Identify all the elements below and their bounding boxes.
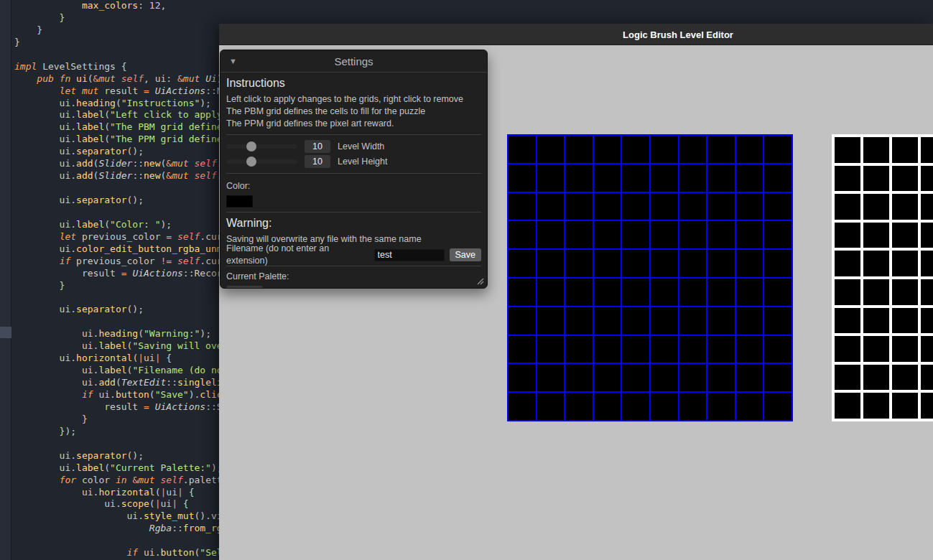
grid-cell[interactable] — [679, 364, 707, 391]
grid-cell[interactable] — [679, 336, 707, 363]
grid-cell[interactable] — [651, 136, 678, 163]
grid-cell[interactable] — [736, 279, 763, 306]
grid-cell[interactable] — [651, 221, 678, 248]
grid-cell[interactable] — [651, 193, 678, 220]
grid-cell[interactable] — [863, 223, 889, 248]
grid-cell[interactable] — [764, 307, 792, 335]
grid-cell[interactable] — [565, 136, 593, 163]
grid-cell[interactable] — [509, 336, 536, 363]
grid-cell[interactable] — [679, 307, 707, 335]
grid-cell[interactable] — [863, 166, 889, 192]
grid-cell[interactable] — [892, 393, 918, 419]
slider-handle-icon[interactable] — [246, 141, 256, 151]
grid-cell[interactable] — [835, 336, 860, 362]
grid-cell[interactable] — [707, 164, 735, 192]
grid-cell[interactable] — [537, 164, 565, 192]
ppm-grid[interactable] — [832, 134, 933, 421]
grid-cell[interactable] — [892, 279, 918, 305]
grid-cell[interactable] — [921, 365, 933, 391]
grid-cell[interactable] — [679, 250, 707, 277]
grid-cell[interactable] — [622, 393, 649, 420]
grid-cell[interactable] — [892, 336, 918, 362]
grid-cell[interactable] — [594, 364, 621, 391]
grid-cell[interactable] — [863, 137, 889, 163]
grid-cell[interactable] — [764, 336, 792, 363]
grid-cell[interactable] — [651, 164, 678, 192]
grid-cell[interactable] — [764, 393, 792, 420]
grid-cell[interactable] — [622, 279, 649, 306]
level-width-value[interactable]: 10 — [305, 140, 330, 153]
grid-cell[interactable] — [707, 307, 735, 335]
grid-cell[interactable] — [835, 393, 860, 419]
grid-cell[interactable] — [764, 250, 792, 277]
grid-cell[interactable] — [679, 279, 707, 306]
grid-cell[interactable] — [707, 279, 735, 306]
grid-cell[interactable] — [707, 336, 735, 363]
grid-cell[interactable] — [764, 193, 792, 220]
grid-cell[interactable] — [651, 393, 678, 420]
grid-cell[interactable] — [537, 307, 565, 335]
grid-cell[interactable] — [707, 364, 735, 391]
grid-cell[interactable] — [622, 193, 649, 220]
grid-cell[interactable] — [537, 193, 565, 220]
grid-cell[interactable] — [892, 365, 918, 391]
grid-cell[interactable] — [736, 250, 763, 277]
grid-cell[interactable] — [892, 137, 918, 163]
grid-cell[interactable] — [736, 393, 763, 420]
grid-cell[interactable] — [565, 336, 593, 363]
grid-cell[interactable] — [594, 221, 621, 248]
grid-cell[interactable] — [863, 393, 889, 419]
resize-grip-icon[interactable] — [475, 276, 484, 285]
grid-cell[interactable] — [537, 336, 565, 363]
grid-cell[interactable] — [921, 336, 933, 362]
grid-cell[interactable] — [537, 221, 565, 248]
grid-cell[interactable] — [892, 223, 918, 248]
grid-cell[interactable] — [863, 279, 889, 305]
grid-cell[interactable] — [651, 279, 678, 306]
grid-cell[interactable] — [921, 308, 933, 334]
grid-cell[interactable] — [679, 164, 707, 192]
grid-cell[interactable] — [565, 279, 593, 306]
grid-cell[interactable] — [679, 393, 707, 420]
settings-panel-titlebar[interactable]: ▼ Settings — [221, 50, 487, 73]
grid-cell[interactable] — [537, 136, 565, 163]
grid-cell[interactable] — [863, 308, 889, 334]
grid-cell[interactable] — [565, 164, 593, 192]
grid-cell[interactable] — [736, 221, 763, 248]
pbm-grid[interactable] — [507, 134, 793, 421]
grid-cell[interactable] — [707, 136, 735, 163]
grid-cell[interactable] — [736, 307, 763, 335]
level-height-value[interactable]: 10 — [305, 155, 330, 168]
grid-cell[interactable] — [651, 364, 678, 391]
grid-cell[interactable] — [537, 364, 565, 391]
grid-cell[interactable] — [707, 193, 735, 220]
grid-cell[interactable] — [565, 250, 593, 277]
grid-cell[interactable] — [835, 279, 860, 305]
grid-cell[interactable] — [892, 194, 918, 220]
grid-cell[interactable] — [594, 164, 621, 192]
save-button[interactable]: Save — [450, 248, 482, 261]
color-picker-button[interactable] — [226, 195, 253, 207]
window-titlebar[interactable]: Logic Brush Level Editor — [219, 24, 933, 45]
level-width-slider[interactable] — [226, 139, 297, 154]
grid-cell[interactable] — [509, 221, 536, 248]
grid-cell[interactable] — [651, 250, 678, 277]
grid-cell[interactable] — [509, 307, 536, 335]
grid-cell[interactable] — [835, 223, 860, 248]
grid-cell[interactable] — [835, 166, 860, 192]
slider-handle-icon[interactable] — [246, 157, 256, 167]
grid-cell[interactable] — [892, 308, 918, 334]
grid-cell[interactable] — [921, 279, 933, 305]
editor-gutter[interactable] — [0, 0, 11, 560]
grid-cell[interactable] — [594, 136, 621, 163]
grid-cell[interactable] — [921, 166, 933, 192]
grid-cell[interactable] — [736, 164, 763, 192]
grid-cell[interactable] — [651, 307, 678, 335]
grid-cell[interactable] — [594, 279, 621, 306]
grid-cell[interactable] — [921, 393, 933, 419]
grid-cell[interactable] — [565, 364, 593, 391]
grid-cell[interactable] — [764, 164, 792, 192]
grid-cell[interactable] — [921, 251, 933, 276]
grid-cell[interactable] — [622, 164, 649, 192]
grid-cell[interactable] — [764, 136, 792, 163]
